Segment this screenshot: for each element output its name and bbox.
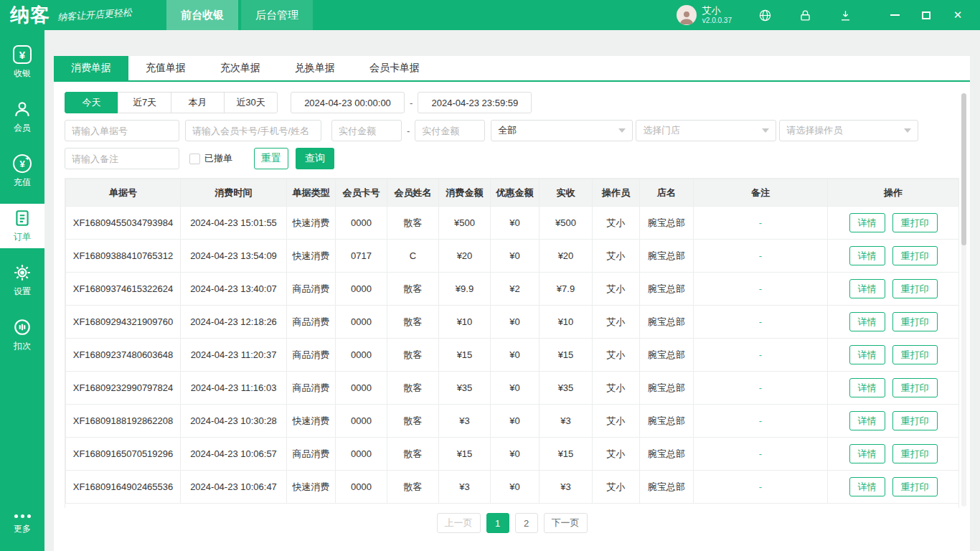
cell-remark: - — [694, 372, 828, 405]
store-select[interactable]: 选择门店 — [636, 120, 776, 141]
cell-paid: ¥15 — [540, 438, 593, 471]
sidebar-item-deduct[interactable]: 扣次 — [0, 313, 44, 357]
cashier-icon: ¥ — [13, 45, 32, 64]
cell-amount: ¥3 — [439, 405, 491, 438]
sidebar-item-cashier[interactable]: ¥ 收银 — [0, 40, 44, 85]
operator-select-placeholder: 请选择操作员 — [786, 124, 842, 137]
paid-max-input[interactable] — [415, 120, 485, 141]
user-block[interactable]: 艾小 v2.0.0.37 — [677, 5, 732, 25]
cell-discount: ¥0 — [491, 339, 540, 372]
globe-icon[interactable] — [758, 8, 772, 22]
reset-button[interactable]: 重置 — [254, 148, 288, 169]
minimize-button[interactable] — [884, 4, 905, 26]
cell-actions: 详情重打印 — [828, 405, 959, 438]
detail-button[interactable]: 详情 — [849, 444, 885, 463]
download-icon[interactable] — [838, 8, 852, 22]
paid-min-input[interactable] — [331, 120, 402, 141]
reprint-button[interactable]: 重打印 — [892, 279, 938, 298]
detail-button[interactable]: 详情 — [849, 213, 885, 232]
cell-type: 快速消费 — [287, 405, 336, 438]
detail-button[interactable]: 详情 — [849, 312, 885, 331]
sidebar-item-orders[interactable]: 订单 — [0, 204, 44, 248]
reprint-button[interactable]: 重打印 — [892, 213, 938, 232]
reprint-button[interactable]: 重打印 — [892, 411, 938, 430]
cell-paid: ¥3 — [540, 471, 593, 504]
tab-exchange-orders[interactable]: 兑换单据 — [278, 56, 352, 80]
prev-page-button[interactable]: 上一页 — [437, 513, 481, 533]
column-header: 会员姓名 — [387, 179, 439, 207]
sidebar-item-member[interactable]: 会员 — [0, 95, 44, 139]
cell-member: 散客 — [387, 207, 439, 240]
page-button-2[interactable]: 2 — [515, 513, 538, 533]
tab-refill-orders[interactable]: 充次单据 — [203, 56, 278, 80]
date-end-input[interactable] — [418, 92, 532, 113]
table-row: XF168092374806036482024-04-23 11:20:37商品… — [66, 339, 959, 372]
cell-amount: ¥15 — [439, 438, 491, 471]
reprint-button[interactable]: 重打印 — [892, 477, 938, 496]
column-header: 优惠金额 — [491, 179, 540, 207]
tab-consume-orders[interactable]: 消费单据 — [54, 56, 128, 80]
cell-time: 2024-04-23 12:18:26 — [181, 306, 287, 339]
logo-text: 纳客 — [10, 0, 50, 30]
nav-tab-front-cashier[interactable]: 前台收银 — [166, 0, 238, 30]
member-search-input[interactable] — [185, 120, 321, 141]
preset-today[interactable]: 今天 — [65, 92, 118, 113]
next-page-button[interactable]: 下一页 — [544, 513, 588, 533]
cancelled-checkbox-wrap[interactable]: 已撤单 — [189, 152, 232, 165]
detail-button[interactable]: 详情 — [849, 345, 885, 364]
cell-remark: - — [694, 405, 828, 438]
sidebar-item-recharge[interactable]: ¥+ 充值 — [0, 149, 44, 194]
sidebar-item-label: 会员 — [14, 122, 31, 134]
nav-tab-backend-admin[interactable]: 后台管理 — [241, 0, 313, 30]
detail-button[interactable]: 详情 — [849, 378, 885, 397]
member-icon — [13, 100, 32, 118]
date-start-input[interactable] — [291, 92, 405, 113]
cancelled-checkbox[interactable] — [189, 154, 200, 164]
more-icon — [14, 514, 31, 518]
scrollbar-thumb[interactable] — [961, 93, 966, 245]
remark-input[interactable] — [65, 148, 179, 169]
tab-membercard-orders[interactable]: 会员卡单据 — [352, 56, 437, 80]
reprint-button[interactable]: 重打印 — [892, 345, 938, 364]
order-type-select[interactable]: 全部 — [491, 120, 633, 141]
detail-button[interactable]: 详情 — [849, 279, 885, 298]
preset-this-month[interactable]: 本月 — [171, 92, 225, 113]
table-row: XF168093746153226242024-04-23 13:40:07商品… — [66, 273, 959, 306]
preset-last7days[interactable]: 近7天 — [118, 92, 171, 113]
reprint-button[interactable]: 重打印 — [892, 246, 938, 265]
page-button-1[interactable]: 1 — [486, 513, 509, 533]
sidebar-item-more[interactable]: 更多 — [0, 505, 44, 544]
cell-card_no: 0000 — [336, 405, 387, 438]
cell-store: 腕宝总部 — [640, 207, 694, 240]
detail-button[interactable]: 详情 — [849, 411, 885, 430]
cell-discount: ¥0 — [491, 240, 540, 273]
preset-last30days[interactable]: 近30天 — [224, 92, 278, 113]
pagination-pages: 12 — [484, 513, 541, 533]
cell-type: 快速消费 — [287, 207, 336, 240]
search-button[interactable]: 查询 — [296, 148, 334, 169]
column-header: 店名 — [640, 179, 694, 207]
reprint-button[interactable]: 重打印 — [892, 378, 938, 397]
cell-card_no: 0000 — [336, 438, 387, 471]
cell-operator: 艾小 — [593, 273, 640, 306]
logo: 纳客 纳客让开店更轻松 — [0, 0, 166, 30]
order-no-input[interactable] — [65, 120, 179, 141]
tab-recharge-orders[interactable]: 充值单据 — [128, 56, 203, 80]
reprint-button[interactable]: 重打印 — [892, 444, 938, 463]
lock-icon[interactable] — [798, 8, 812, 22]
sidebar-item-settings[interactable]: 设置 — [0, 258, 44, 303]
user-name: 艾小 — [702, 6, 732, 17]
operator-select[interactable]: 请选择操作员 — [779, 120, 918, 141]
sidebar: ¥ 收银 会员 ¥+ 充值 订单 设置 — [0, 30, 44, 551]
detail-button[interactable]: 详情 — [849, 477, 885, 496]
document-tabs: 消费单据 充值单据 充次单据 兑换单据 会员卡单据 — [54, 56, 970, 82]
table-row: XF168092943219097602024-04-23 12:18:26商品… — [66, 306, 959, 339]
cancelled-checkbox-label: 已撤单 — [204, 152, 232, 165]
reprint-button[interactable]: 重打印 — [892, 312, 938, 331]
cell-operator: 艾小 — [593, 405, 640, 438]
close-button[interactable]: ✕ — [947, 4, 969, 26]
detail-button[interactable]: 详情 — [849, 246, 885, 265]
maximize-button[interactable] — [915, 4, 937, 26]
vertical-scrollbar[interactable] — [961, 93, 966, 507]
column-header: 会员卡号 — [336, 179, 387, 207]
